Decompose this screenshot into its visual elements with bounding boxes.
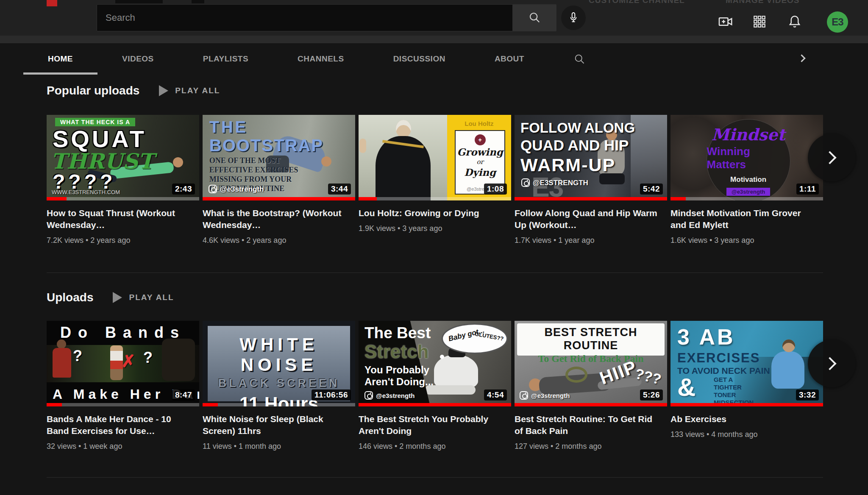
tab-discussion[interactable]: DISCUSSION	[369, 43, 470, 75]
watch-progress	[203, 403, 355, 406]
watch-progress	[47, 197, 199, 200]
video-thumbnail[interactable]: BEST STRETCH ROUTINE To Get Rid of Back …	[515, 321, 667, 406]
watch-progress	[515, 197, 667, 200]
customize-channel-button[interactable]: CUSTOMIZE CHANNEL	[589, 0, 685, 5]
manage-videos-button[interactable]: MANAGE VIDEOS	[726, 0, 800, 5]
video-title[interactable]: Best Stretch Routine: To Get Rid of Back…	[515, 413, 662, 437]
thumb-text: ONE OF THE MOST	[209, 156, 281, 165]
masthead: CUSTOMIZE CHANNEL MANAGE VIDEOS E3	[0, 0, 868, 36]
video-thumbnail[interactable]: FOLLOW ALONG QUAD AND HIP WARM-UP @E3STR…	[515, 115, 667, 200]
tab-home[interactable]: HOME	[23, 43, 97, 75]
thumb-text: ✗	[121, 351, 136, 371]
watch-progress-bar	[203, 403, 218, 406]
video-thumbnail[interactable]: Do Bands ? ✗ ? A Make Her Dance 8:47	[47, 321, 199, 406]
video-card[interactable]: WHAT THE HECK IS A SQUAT THRUST ???? WWW…	[47, 115, 199, 245]
carousel-next-button[interactable]	[808, 134, 855, 181]
thumb-text: FOLLOW ALONG	[520, 120, 635, 136]
duration-badge: 3:32	[796, 389, 819, 400]
play-all-button[interactable]: PLAY ALL	[113, 292, 174, 303]
video-meta: 7.2K views • 2 years ago	[47, 235, 199, 245]
duration-badge: 8:47	[172, 389, 195, 400]
voice-search-button[interactable]	[561, 6, 586, 30]
video-title[interactable]: White Noise for Sleep (Black Screen) 11h…	[203, 413, 350, 437]
play-all-button[interactable]: PLAY ALL	[159, 85, 220, 96]
video-card[interactable]: Do Bands ? ✗ ? A Make Her Dance 8:47 Ban…	[47, 321, 199, 451]
thumb-text: QUAD AND HIP	[520, 137, 629, 154]
video-title[interactable]: Follow Along Quad and Hip Warm Up (Worko…	[515, 207, 662, 231]
thumb-text: Aren't Doing...	[364, 376, 434, 388]
video-title[interactable]: Mindset Motivation Tim Grover and Ed Myl…	[670, 207, 818, 231]
video-row: WHAT THE HECK IS A SQUAT THRUST ???? WWW…	[47, 115, 823, 245]
duration-badge: 4:54	[484, 389, 507, 400]
video-thumbnail[interactable]: The Best Stretch You Probably Aren't Doi…	[359, 321, 511, 406]
thumb-text: EFFECTIVE EXERCISES	[209, 166, 298, 175]
watch-progress	[670, 197, 823, 200]
video-card[interactable]: Mindset Winning Matters Motivation @e3st…	[670, 115, 823, 245]
video-meta: 32 views • 1 week ago	[47, 441, 199, 451]
section-title: Popular uploads	[47, 84, 139, 97]
video-card[interactable]: 3 AB EXERCISES TO AVOID NECK PAIN & GET …	[670, 321, 823, 451]
carousel-next-button[interactable]	[808, 340, 855, 387]
duration-badge: 11:06:56	[312, 389, 351, 400]
video-thumbnail[interactable]: WHITE NOISE BLACK SCREEN 11 Hours 11:06:…	[203, 321, 355, 406]
video-card[interactable]: THE BOOTSTRAP ONE OF THE MOST EFFECTIVE …	[203, 115, 355, 245]
person-silhouette	[771, 351, 804, 389]
tab-channels[interactable]: CHANNELS	[273, 43, 369, 75]
person-silhouette	[359, 139, 366, 153]
create-video-button[interactable]	[717, 14, 734, 31]
thumb-text: You Probably	[364, 364, 429, 376]
watch-progress	[203, 197, 355, 200]
thumb-text: 3 AB	[677, 324, 735, 350]
watch-progress-bar	[203, 197, 355, 200]
watch-progress	[670, 403, 823, 406]
banner-remnant	[47, 0, 57, 6]
thumb-text: ?	[73, 347, 82, 365]
person-silhouette	[782, 339, 795, 352]
instagram-icon	[520, 391, 528, 400]
video-thumbnail[interactable]: 3 AB EXERCISES TO AVOID NECK PAIN & GET …	[670, 321, 823, 406]
play-icon	[113, 292, 122, 303]
video-title[interactable]: What is the Bootstrap? (Workout Wednesda…	[203, 207, 350, 231]
video-title[interactable]: Ab Exercises	[670, 413, 818, 425]
search-input[interactable]	[97, 4, 513, 31]
instagram-icon	[521, 178, 530, 187]
apps-grid-button[interactable]	[751, 14, 768, 31]
tab-about[interactable]: ABOUT	[470, 43, 549, 75]
video-title[interactable]: Lou Holtz: Growing or Dying	[359, 207, 506, 219]
thought-bubble: Baby got... GLUTES??	[442, 323, 508, 354]
thumb-text: WHITE NOISE	[203, 334, 355, 375]
video-thumbnail[interactable]: WHAT THE HECK IS A SQUAT THRUST ???? WWW…	[47, 115, 199, 200]
video-card[interactable]: BEST STRETCH ROUTINE To Get Rid of Back …	[515, 321, 667, 451]
tabs-chevron-right-icon[interactable]	[799, 55, 804, 63]
crest-icon: +	[475, 134, 486, 145]
microphone-icon	[568, 11, 579, 25]
video-thumbnail[interactable]: THE BOOTSTRAP ONE OF THE MOST EFFECTIVE …	[203, 115, 355, 200]
search-button[interactable]	[513, 4, 556, 31]
tab-videos[interactable]: VIDEOS	[97, 43, 178, 75]
tab-playlists[interactable]: PLAYLISTS	[178, 43, 273, 75]
play-icon	[159, 85, 168, 96]
video-thumbnail[interactable]: Mindset Winning Matters Motivation @e3st…	[670, 115, 823, 200]
thumb-text: &	[677, 373, 696, 402]
person-silhouette	[53, 348, 71, 378]
video-card[interactable]: FOLLOW ALONG QUAD AND HIP WARM-UP @E3STR…	[515, 115, 667, 245]
video-thumbnail[interactable]: Lou Holtz + Growing or Dying @e3strength…	[359, 115, 511, 200]
resistance-band	[565, 367, 587, 383]
person-silhouette	[434, 355, 478, 388]
video-title[interactable]: Bands A Make Her Dance - 10 Band Exercis…	[47, 413, 194, 437]
video-title[interactable]: The Best Stretch You Probably Aren't Doi…	[359, 413, 506, 437]
person-silhouette	[57, 339, 66, 349]
instagram-icon	[364, 391, 373, 400]
video-card[interactable]: Lou Holtz + Growing or Dying @e3strength…	[359, 115, 511, 245]
video-title[interactable]: How to Squat Thrust (Workout Wednesday…	[47, 207, 194, 231]
thumb-text: MISSING FROM YOUR	[209, 175, 292, 184]
video-card[interactable]: The Best Stretch You Probably Aren't Doi…	[359, 321, 511, 451]
section-divider	[47, 477, 823, 478]
video-card[interactable]: WHITE NOISE BLACK SCREEN 11 Hours 11:06:…	[203, 321, 355, 451]
account-avatar[interactable]: E3	[827, 11, 848, 33]
channel-search-icon[interactable]	[549, 53, 610, 65]
watch-progress-bar	[515, 403, 667, 406]
notifications-button[interactable]	[786, 14, 803, 31]
video-row: Do Bands ? ✗ ? A Make Her Dance 8:47 Ban…	[47, 321, 823, 451]
create-video-icon	[718, 14, 734, 31]
